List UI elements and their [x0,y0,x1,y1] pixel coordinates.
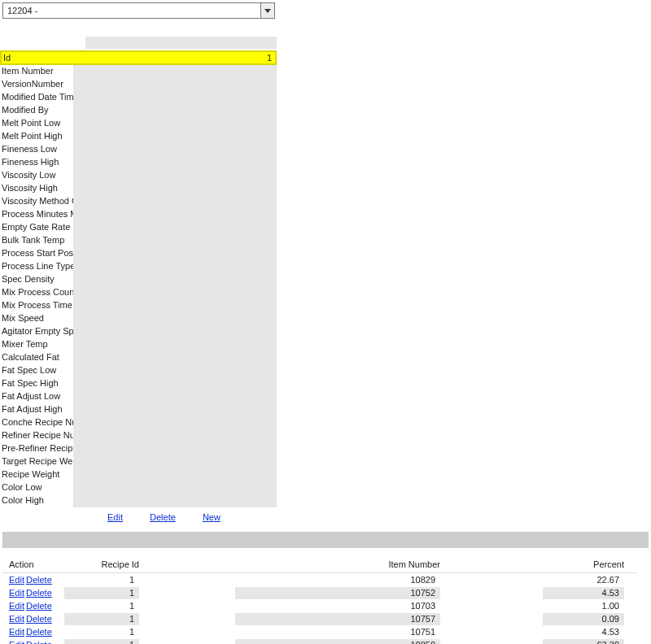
detail-value [73,169,277,182]
detail-label: Fineness Low [0,143,73,156]
detail-row: Process Start Position [0,247,277,260]
detail-row: Refiner Recipe Number [0,429,277,442]
detail-label: Spec Density [0,273,73,286]
detail-row: Target Recipe Weight [0,455,277,468]
detail-row: Modified Date Time [0,91,277,104]
row-edit-link[interactable]: Edit [9,601,24,611]
detail-label: Target Recipe Weight [0,455,73,468]
detail-label: Fat Adjust Low [0,390,73,403]
detail-row: Recipe Weight [0,468,277,481]
cell-item-number: 10751 [235,626,440,638]
detail-row: Mix Speed [0,312,277,325]
detail-row: Fineness High [0,156,277,169]
new-link[interactable]: New [203,512,221,522]
cell-percent: 63.39 [543,639,624,645]
detail-value [73,299,277,312]
cell-recipe-id: 1 [64,574,139,586]
cell-recipe-id: 1 [64,639,139,645]
detail-row: VersionNumber [0,78,277,91]
detail-label: VersionNumber [0,78,73,91]
detail-value [73,65,277,78]
detail-row: Fineness Low [0,143,277,156]
detail-label: Modified By [0,104,73,117]
detail-row: Process Line Type [0,260,277,273]
detail-label: Mixer Temp [0,338,73,351]
detail-label: Agitator Empty Speed [0,325,73,338]
cell-recipe-id: 1 [64,600,139,612]
detail-value [73,494,277,507]
detail-label: Melt Point High [0,130,73,143]
detail-value [73,143,277,156]
detail-value [73,78,277,91]
col-percent-header: Percent [543,559,631,569]
row-delete-link[interactable]: Delete [26,588,52,598]
delete-link[interactable]: Delete [150,512,176,522]
table-row: EditDelete11082922.67 [2,573,637,586]
detail-label: Process Start Position [0,247,73,260]
row-edit-link[interactable]: Edit [9,588,24,598]
detail-value [73,286,277,299]
detail-value [73,312,277,325]
detail-value [73,104,277,117]
detail-row: Fat Adjust High [0,403,277,416]
cell-item-number: 10757 [235,613,440,625]
detail-label: Process Minutes Max Legacy [0,208,73,221]
svg-marker-0 [264,9,271,13]
detail-value [73,182,277,195]
row-edit-link[interactable]: Edit [9,627,24,637]
cell-item-number: 10850 [235,639,440,645]
detail-label: Empty Gate Rate [0,221,73,234]
row-delete-link[interactable]: Delete [26,601,52,611]
row-edit-link[interactable]: Edit [9,614,24,624]
row-delete-link[interactable]: Delete [26,640,52,644]
detail-label: Fat Spec High [0,377,73,390]
detail-row: Agitator Empty Speed [0,325,277,338]
cell-item-number: 10703 [235,600,440,612]
detail-row: Empty Gate Rate [0,221,277,234]
detail-header-blank [85,37,277,49]
detail-row: Melt Point Low [0,117,277,130]
detail-row: Modified By [0,104,277,117]
detail-value [73,325,277,338]
detail-label: Viscosity Method Code [0,195,73,208]
detail-label: Conche Recipe Number [0,416,73,429]
detail-row: Mix Process Count [0,286,277,299]
detail-label: Fineness High [0,156,73,169]
ingredient-grid: Action Recipe Id Item Number Percent Edi… [2,556,637,644]
item-dropdown[interactable]: 12204 - [2,2,275,19]
cell-percent: 22.67 [543,574,624,586]
detail-value [73,247,277,260]
detail-label: Item Number [0,65,73,78]
detail-value [73,195,277,208]
detail-label: Calculated Fat [0,351,73,364]
detail-value [73,156,277,169]
detail-label: Recipe Weight [0,468,73,481]
row-edit-link[interactable]: Edit [9,575,24,585]
detail-row: Melt Point High [0,130,277,143]
cell-recipe-id: 1 [64,613,139,625]
row-delete-link[interactable]: Delete [26,614,52,624]
detail-value [73,117,277,130]
detail-label: Viscosity Low [0,169,73,182]
col-item-header: Item Number [235,559,447,569]
chevron-down-icon[interactable] [260,3,274,18]
detail-label: Color High [0,494,73,507]
detail-row: Viscosity High [0,182,277,195]
detail-value [73,468,277,481]
detail-row: Item Number [0,65,277,78]
detail-label: Mix Process Count [0,286,73,299]
row-delete-link[interactable]: Delete [26,627,52,637]
detail-table: Id1Item NumberVersionNumberModified Date… [0,50,277,507]
row-edit-link[interactable]: Edit [9,640,24,644]
detail-value [73,455,277,468]
detail-row: Viscosity Low [0,169,277,182]
detail-value [73,130,277,143]
item-dropdown-value: 12204 - [3,6,260,15]
edit-link[interactable]: Edit [107,512,123,522]
row-delete-link[interactable]: Delete [26,575,52,585]
detail-row: Mix Process Time [0,299,277,312]
col-recipe-header: Recipe Id [64,559,146,569]
detail-row: Id1 [0,50,277,65]
detail-value [73,91,277,104]
detail-row: Conche Recipe Number [0,416,277,429]
